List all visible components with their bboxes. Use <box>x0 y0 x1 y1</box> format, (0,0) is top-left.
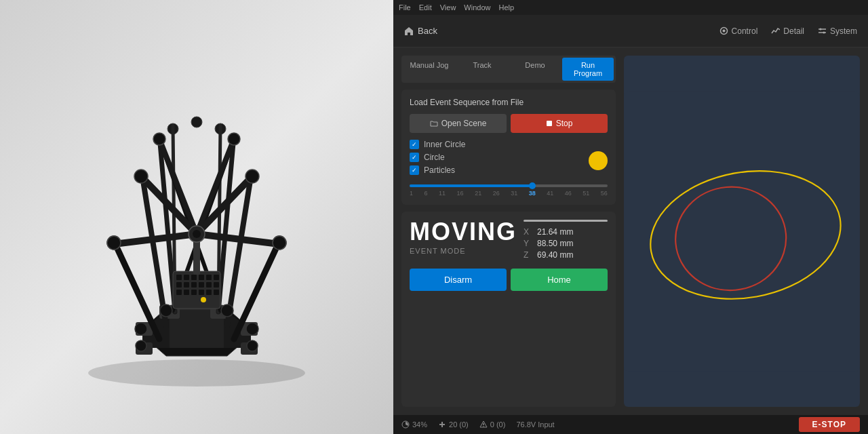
svg-rect-49 <box>206 282 212 288</box>
position-indicator-dot <box>589 151 608 170</box>
stop-button[interactable]: Stop <box>511 114 608 133</box>
svg-rect-44 <box>214 275 219 280</box>
trajectory-viz <box>624 56 860 407</box>
svg-rect-42 <box>199 275 204 280</box>
cpu-status: 34% <box>401 420 427 429</box>
disarm-button[interactable]: Disarm <box>410 269 507 291</box>
svg-point-79 <box>819 28 821 31</box>
svg-point-71 <box>153 133 165 145</box>
event-mode-text: EVENT MODE <box>410 247 517 255</box>
slider-thumb[interactable] <box>529 182 536 189</box>
svg-point-33 <box>247 340 258 351</box>
status-text-area: MOVING EVENT MODE <box>410 220 517 262</box>
svg-rect-45 <box>176 282 182 288</box>
plus-icon <box>438 420 446 429</box>
svg-point-76 <box>722 30 725 33</box>
svg-point-57 <box>201 297 206 302</box>
svg-point-29 <box>221 304 233 317</box>
visualization-panel <box>624 56 860 407</box>
detail-nav[interactable]: Detail <box>771 26 804 36</box>
slider-track <box>410 184 608 187</box>
status-bar: 34% 20 (0) 0 (0) 76.8V Input E-STOP <box>393 415 868 434</box>
coord-y: Y 88.50 mm <box>524 239 608 248</box>
back-button[interactable]: Back <box>404 26 437 36</box>
progress-bar <box>524 220 608 222</box>
svg-point-28 <box>160 304 172 317</box>
svg-rect-82 <box>624 91 860 371</box>
svg-rect-48 <box>199 282 204 288</box>
svg-rect-56 <box>214 290 219 295</box>
tab-demo[interactable]: Demo <box>509 58 561 81</box>
svg-rect-41 <box>191 275 197 280</box>
folder-icon <box>430 119 438 127</box>
svg-rect-52 <box>184 290 189 295</box>
software-panel: File Edit View Window Help Back Control <box>393 0 868 434</box>
menu-help[interactable]: Help <box>498 3 514 12</box>
svg-rect-51 <box>176 290 182 295</box>
tab-bar: Manual Jog Track Demo Run Program <box>401 56 616 83</box>
chart-icon <box>771 26 780 35</box>
events-status: 20 (0) <box>438 420 469 429</box>
svg-point-68 <box>273 236 286 250</box>
open-scene-button[interactable]: Open Scene <box>410 114 507 133</box>
svg-point-70 <box>245 170 259 183</box>
svg-rect-46 <box>184 282 189 288</box>
svg-point-90 <box>483 426 484 427</box>
svg-point-32 <box>136 340 146 351</box>
menu-bar: File Edit View Window Help <box>393 0 868 15</box>
svg-point-13 <box>191 117 202 127</box>
svg-point-74 <box>193 230 201 238</box>
errors-status: 0 (0) <box>479 420 506 429</box>
status-top: MOVING EVENT MODE X 21.64 mm Y 88.50 mm <box>410 220 608 262</box>
svg-rect-81 <box>547 121 552 126</box>
header: Back Control Detail <box>393 15 868 47</box>
coord-x: X 21.64 mm <box>524 227 608 237</box>
coord-z: Z 69.40 mm <box>524 250 608 260</box>
action-buttons: Disarm Home <box>410 269 608 291</box>
checkbox-particles-icon <box>410 165 419 175</box>
control-nav[interactable]: Control <box>719 26 758 36</box>
svg-point-0 <box>88 359 305 387</box>
sequence-slider[interactable]: 1 6 11 16 21 26 31 38 41 46 51 56 <box>410 184 608 197</box>
checkbox-list: Inner Circle Circle Particles <box>410 140 465 175</box>
checkbox-inner-circle-icon <box>410 140 419 149</box>
svg-rect-39 <box>176 275 182 280</box>
header-nav: Control Detail System <box>719 26 857 36</box>
menu-edit[interactable]: Edit <box>419 3 432 12</box>
menu-view[interactable]: View <box>440 3 456 12</box>
warning-icon <box>479 420 488 429</box>
svg-point-80 <box>823 32 825 34</box>
controls-panel: Manual Jog Track Demo Run Program Load E… <box>393 47 624 415</box>
home-button[interactable]: Home <box>511 269 608 291</box>
menu-window[interactable]: Window <box>464 3 490 12</box>
system-nav[interactable]: System <box>818 26 857 36</box>
svg-point-31 <box>246 323 258 335</box>
svg-rect-43 <box>206 275 212 280</box>
svg-point-69 <box>134 170 148 183</box>
action-btn-row: Open Scene Stop <box>410 114 608 133</box>
svg-rect-54 <box>199 290 204 295</box>
checkbox-circle[interactable]: Circle <box>410 153 465 162</box>
checkbox-section: Inner Circle Circle Particles <box>410 140 608 182</box>
coords-area: X 21.64 mm Y 88.50 mm Z 69.40 mm <box>524 220 608 262</box>
tab-manual-jog[interactable]: Manual Jog <box>403 58 455 81</box>
robot-image-panel <box>0 0 393 434</box>
tab-run-program[interactable]: Run Program <box>562 58 614 81</box>
control-icon <box>719 26 728 35</box>
voltage-status: 76.8V Input <box>516 420 554 429</box>
svg-rect-47 <box>191 282 197 288</box>
estop-button[interactable]: E-STOP <box>799 417 860 432</box>
svg-rect-40 <box>184 275 189 280</box>
menu-file[interactable]: File <box>399 3 411 12</box>
svg-rect-50 <box>214 282 219 288</box>
tab-track[interactable]: Track <box>456 58 508 81</box>
main-content: Manual Jog Track Demo Run Program Load E… <box>393 47 868 415</box>
svg-rect-53 <box>191 290 197 295</box>
svg-rect-58 <box>193 237 200 275</box>
checkbox-inner-circle[interactable]: Inner Circle <box>410 140 465 149</box>
svg-point-67 <box>107 236 121 250</box>
status-panel: MOVING EVENT MODE X 21.64 mm Y 88.50 mm <box>401 212 616 407</box>
checkbox-particles[interactable]: Particles <box>410 165 465 175</box>
card-title: Load Event Sequence from File <box>410 98 608 107</box>
sliders-icon <box>818 26 827 35</box>
